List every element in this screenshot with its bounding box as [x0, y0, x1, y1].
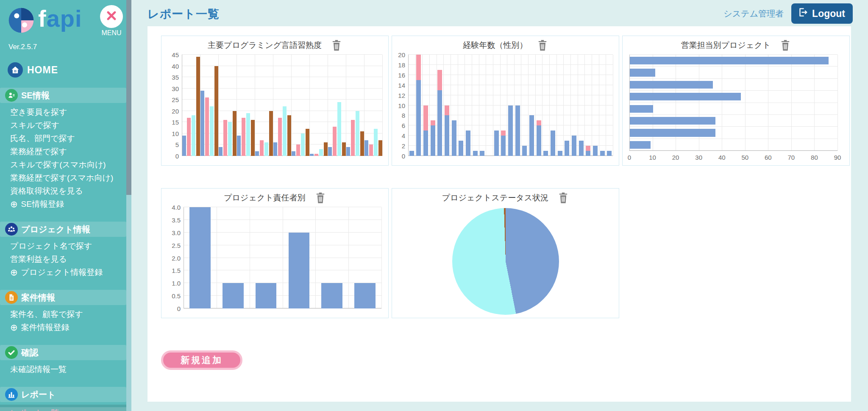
- bar-series-brown: [342, 142, 346, 156]
- segment-stack-pink: [537, 120, 541, 125]
- sidebar-item-home[interactable]: HOME: [0, 51, 126, 78]
- y-tick-label: 2.5: [172, 242, 181, 249]
- bar-group: [328, 55, 346, 156]
- hbar-row: [629, 103, 837, 115]
- bar-series-pink: [296, 144, 300, 156]
- stacked-bar-slot: [528, 55, 535, 156]
- sidebar-section-project-info[interactable]: プロジェクト情報: [0, 222, 126, 237]
- sidebar-item[interactable]: スキルで探す: [0, 119, 126, 132]
- trash-icon[interactable]: [780, 39, 791, 51]
- app-logo-text: fapi: [38, 5, 82, 32]
- hbar: [630, 105, 653, 113]
- stacked-bar-slot: [472, 55, 479, 156]
- bar: [354, 283, 376, 308]
- y-tick-label: 6: [402, 122, 405, 129]
- sidebar-item-label: プロジェクト情報登録: [21, 267, 103, 278]
- stacked-bar-slot: [578, 55, 585, 156]
- x-tick-label: 80: [811, 154, 818, 161]
- sidebar-item[interactable]: プロジェクト名で探す: [0, 239, 126, 253]
- sidebar-section-label: 確認: [21, 347, 38, 358]
- hbar-rows: [629, 55, 837, 151]
- sidebar-section-items-se-info: 空き要員を探すスキルで探す氏名、部門で探す業務経歴で探すスキルで探す(スマホ向け…: [0, 106, 126, 211]
- chart-title: 主要プログラミング言語習熟度: [208, 40, 322, 51]
- sidebar-item[interactable]: 案件名、顧客で探す: [0, 308, 126, 321]
- add-new-report-button[interactable]: 新規追加: [161, 350, 242, 370]
- sidebar-item[interactable]: スキルで探す(スマホ向け): [0, 158, 126, 171]
- stacked-bar-slot: [500, 55, 507, 156]
- chart-card-languages: 主要プログラミング言語習熟度051015202530354045: [161, 36, 389, 166]
- sidebar-item[interactable]: 業務経歴で探す: [0, 145, 126, 158]
- sidebar-item[interactable]: 業務経歴で探す(スマホ向け): [0, 171, 126, 184]
- stacked-bar-slot: [606, 55, 613, 156]
- sidebar-item-label: SE情報登録: [21, 199, 64, 210]
- menu-label: MENU: [100, 29, 123, 37]
- sidebar-section-label: SE情報: [21, 90, 50, 101]
- sidebar-section-label: プロジェクト情報: [21, 224, 90, 235]
- segment-stack-blue: [586, 151, 590, 156]
- bar-series-cyan: [301, 133, 305, 156]
- sidebar-item[interactable]: ⊕プロジェクト情報登録: [0, 266, 126, 279]
- stacked-bar-slot: [479, 55, 486, 156]
- sidebar-scrollbar-thumb[interactable]: [126, 0, 131, 195]
- chart-card-status: プロジェクトステータス状況: [392, 188, 619, 318]
- x-tick-label: 50: [741, 154, 748, 161]
- y-tick-label: 15: [172, 119, 179, 126]
- gridline: [613, 55, 613, 156]
- sidebar-scrollbar[interactable]: [126, 0, 131, 411]
- segment-stack-blue: [409, 151, 414, 156]
- sidebar-section-kakunin[interactable]: 確認: [0, 345, 126, 360]
- bar-group: [182, 55, 200, 156]
- trash-icon[interactable]: [331, 39, 342, 51]
- trash-icon[interactable]: [315, 192, 326, 204]
- segment-stack-blue: [600, 151, 605, 156]
- sidebar-item[interactable]: 未確認情報一覧: [0, 363, 126, 376]
- sidebar-item-label: 案件情報登録: [21, 322, 70, 333]
- y-tick-label: 45: [172, 51, 179, 58]
- segment-stack-blue: [423, 131, 428, 156]
- sidebar-item[interactable]: ⊕SE情報登録: [0, 197, 126, 211]
- sidebar-section-se-info[interactable]: SE情報: [0, 88, 126, 103]
- chart-card-header: プロジェクトステータス状況: [392, 192, 619, 204]
- bar-series-brown: [214, 66, 218, 156]
- sidebar-item[interactable]: 空き要員を探す: [0, 106, 126, 119]
- logout-button[interactable]: Logout: [791, 3, 853, 24]
- sidebar-item[interactable]: 営業利益を見る: [0, 253, 126, 266]
- y-tick-label: 40: [172, 62, 179, 69]
- segment-stack-blue: [572, 136, 576, 156]
- bar-group: [218, 55, 236, 156]
- home-label: HOME: [27, 64, 58, 76]
- bar-series-brown: [306, 129, 309, 156]
- sidebar-item-label: 資格取得状況を見る: [10, 186, 83, 197]
- bar-slot: [282, 207, 315, 308]
- sidebar-section-anken-info[interactable]: 案件情報: [0, 290, 126, 305]
- trash-icon[interactable]: [558, 192, 569, 204]
- x-tick-label: 90: [834, 154, 841, 161]
- stacked-bar-slot: [458, 55, 465, 156]
- segment-stack-blue: [445, 115, 449, 156]
- sidebar-section-report[interactable]: レポート: [0, 387, 126, 402]
- bar-series-pink: [314, 154, 318, 156]
- sidebar-item[interactable]: ⊕案件情報登録: [0, 321, 126, 334]
- hbar-row: [629, 55, 837, 67]
- chart-plot-languages: 051015202530354045: [182, 55, 382, 156]
- chart-card-managers: プロジェクト責任者別00.51.01.52.02.53.03.54.0: [161, 188, 389, 318]
- hbar-row: [629, 115, 837, 127]
- stacked-bar-slot: [599, 55, 606, 156]
- sidebar-item[interactable]: 氏名、部門で探す: [0, 132, 126, 145]
- y-axis-line: [629, 55, 630, 151]
- stacked-bar-slot: [415, 55, 423, 156]
- chart-title: プロジェクトステータス状況: [442, 192, 548, 203]
- x-tick-label: 20: [672, 154, 679, 161]
- menu-button[interactable]: MENU: [100, 5, 123, 37]
- y-tick-label: 2.0: [172, 254, 181, 261]
- y-tick-label: 5: [175, 141, 179, 148]
- stacked-bar-slot: [592, 55, 599, 156]
- segment-stack-blue: [437, 90, 442, 156]
- trash-icon[interactable]: [537, 39, 548, 51]
- chart-title: プロジェクト責任者別: [224, 192, 306, 203]
- fapi-logo-icon[interactable]: [8, 7, 35, 34]
- sidebar-item[interactable]: 資格取得状況を見る: [0, 184, 126, 197]
- segment-stack-pink: [423, 106, 428, 131]
- y-tick-label: 8: [402, 112, 405, 119]
- document-icon: [5, 291, 18, 304]
